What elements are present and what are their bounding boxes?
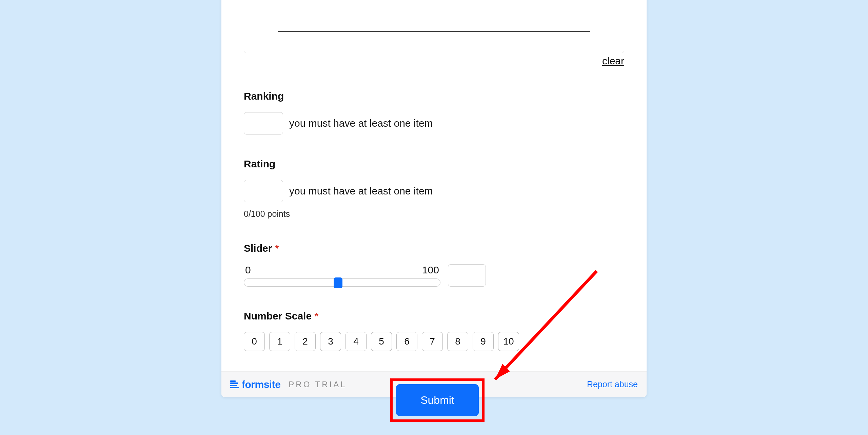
formsite-icon — [230, 380, 239, 389]
ranking-input[interactable] — [244, 112, 283, 134]
rating-points: 0/100 points — [244, 209, 624, 219]
number-scale-row: 012345678910 — [244, 332, 624, 351]
number-scale-option[interactable]: 1 — [269, 332, 290, 351]
brand-logo[interactable]: formsite — [230, 379, 280, 390]
slider-group: Slider * 0 100 — [244, 243, 624, 287]
brand: formsite PRO TRIAL — [230, 379, 347, 390]
slider-thumb[interactable] — [334, 277, 342, 288]
number-scale-option[interactable]: 5 — [371, 332, 392, 351]
number-scale-group: Number Scale * 012345678910 — [244, 310, 624, 351]
required-star: * — [314, 310, 318, 322]
slider-range-labels: 0 100 — [244, 264, 440, 276]
slider-label-wrap: Slider * — [244, 243, 624, 254]
number-scale-option[interactable]: 4 — [346, 332, 367, 351]
ranking-label: Ranking — [244, 90, 624, 102]
slider-track[interactable] — [244, 278, 440, 287]
number-scale-option[interactable]: 0 — [244, 332, 265, 351]
signature-line — [278, 31, 590, 32]
number-scale-label: Number Scale — [244, 310, 312, 322]
rating-hint: you must have at least one item — [289, 185, 433, 197]
rating-group: Rating you must have at least one item 0… — [244, 158, 624, 219]
slider-min-label: 0 — [245, 264, 251, 276]
slider-row: 0 100 — [244, 264, 624, 287]
number-scale-option[interactable]: 9 — [473, 332, 494, 351]
form-body: clear Ranking you must have at least one… — [221, 0, 647, 371]
slider-wrapper: 0 100 — [244, 264, 440, 287]
rating-row: you must have at least one item — [244, 180, 624, 202]
report-abuse-link[interactable]: Report abuse — [587, 379, 638, 389]
number-scale-option[interactable]: 8 — [447, 332, 468, 351]
rating-label: Rating — [244, 158, 624, 170]
signature-box[interactable] — [244, 0, 624, 53]
required-star: * — [275, 243, 279, 254]
number-scale-label-wrap: Number Scale * — [244, 310, 624, 322]
rating-input[interactable] — [244, 180, 283, 202]
form-card: clear Ranking you must have at least one… — [221, 0, 647, 397]
brand-name: formsite — [242, 379, 280, 390]
number-scale-option[interactable]: 2 — [295, 332, 316, 351]
submit-button[interactable]: Submit — [396, 384, 479, 416]
number-scale-option[interactable]: 7 — [422, 332, 443, 351]
ranking-group: Ranking you must have at least one item — [244, 90, 624, 134]
ranking-row: you must have at least one item — [244, 112, 624, 134]
plan-label: PRO TRIAL — [289, 380, 347, 389]
ranking-hint: you must have at least one item — [289, 118, 433, 129]
number-scale-option[interactable]: 10 — [498, 332, 519, 351]
slider-value-input[interactable] — [448, 264, 486, 287]
number-scale-option[interactable]: 6 — [396, 332, 417, 351]
signature-clear-wrap: clear — [244, 55, 624, 67]
slider-max-label: 100 — [422, 264, 439, 276]
slider-label: Slider — [244, 243, 272, 254]
clear-link[interactable]: clear — [602, 55, 624, 66]
number-scale-option[interactable]: 3 — [320, 332, 341, 351]
